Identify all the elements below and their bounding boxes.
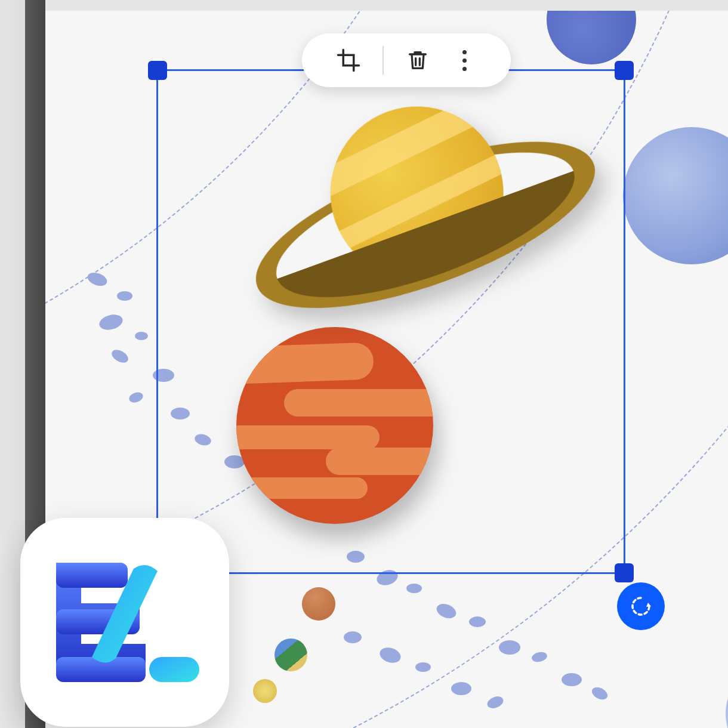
background-planet-small-yellow	[253, 679, 277, 703]
app-logo-icon	[44, 557, 205, 688]
resize-handle-top-left[interactable]	[148, 61, 167, 80]
rotate-icon	[628, 593, 654, 619]
selection-context-toolbar	[302, 33, 511, 87]
svg-rect-4	[149, 657, 199, 682]
resize-handle-bottom-right[interactable]	[615, 563, 634, 582]
trash-icon	[406, 48, 430, 72]
resize-handle-top-right[interactable]	[615, 61, 634, 80]
app-viewport	[0, 0, 728, 728]
toolbar-divider	[382, 46, 384, 75]
app-icon	[20, 518, 229, 727]
background-planet-small-orange	[302, 587, 335, 621]
crop-button[interactable]	[336, 48, 361, 73]
crop-icon	[336, 48, 361, 73]
rotate-button[interactable]	[617, 582, 665, 630]
device-bezel-top	[0, 0, 728, 11]
delete-button[interactable]	[405, 48, 430, 73]
more-vertical-icon	[462, 50, 467, 71]
more-options-button[interactable]	[452, 48, 477, 73]
svg-rect-1	[56, 563, 128, 588]
selection-bounding-box[interactable]	[156, 69, 625, 574]
background-planet-earth	[274, 638, 307, 671]
